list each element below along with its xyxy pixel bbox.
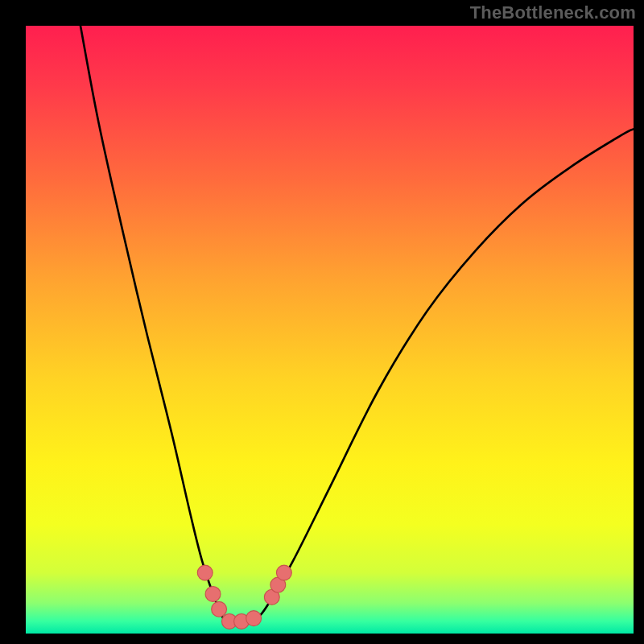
highlighted-points [197, 565, 291, 629]
chart-svg [26, 26, 634, 634]
marker-point [205, 586, 221, 601]
plot-area [26, 26, 634, 634]
marker-point [212, 601, 227, 617]
marker-point [276, 565, 291, 580]
chart-frame: TheBottleneck.com [0, 0, 644, 644]
watermark-text: TheBottleneck.com [470, 2, 636, 23]
marker-point [246, 611, 262, 626]
bottleneck-curve [80, 26, 634, 625]
marker-point [197, 565, 213, 580]
